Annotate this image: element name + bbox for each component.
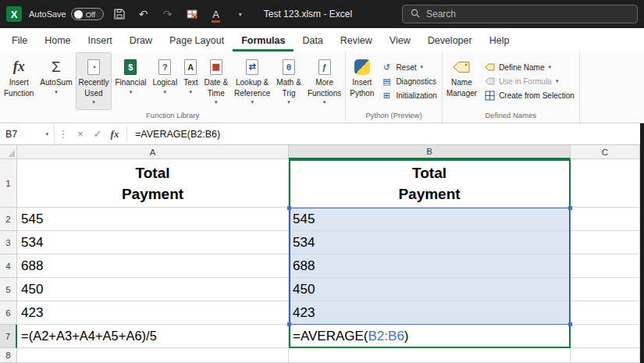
cell-B3[interactable]: 534 xyxy=(289,231,571,254)
cell-C5[interactable] xyxy=(571,278,640,301)
cell-C2[interactable] xyxy=(571,208,640,231)
insert-function-fx-icon[interactable]: fx xyxy=(106,128,123,141)
formula-input[interactable]: =AVERAGE(B2:B6) xyxy=(130,129,220,140)
search-box[interactable]: Search xyxy=(402,5,638,23)
group-label-defined-names: Defined Names xyxy=(443,110,578,123)
row-header-7[interactable]: 7 xyxy=(0,325,17,348)
insert-function-button[interactable]: fx Insert Function xyxy=(1,52,37,110)
date-time-button[interactable]: ▦ Date & Time ▾ xyxy=(201,52,231,110)
cell-B8[interactable] xyxy=(289,348,571,363)
cell-A5[interactable]: 450 xyxy=(17,278,289,301)
tab-insert[interactable]: Insert xyxy=(80,31,121,52)
group-defined-names: Name Manager Define Name ▾ xyxy=(443,52,580,123)
dropdown-caret-icon: ▾ xyxy=(556,78,559,84)
group-function-library: fx Insert Function Σ AutoSum ▾ ◔ Recentl… xyxy=(0,52,346,123)
reset-icon: ↺ xyxy=(381,62,392,73)
recently-used-button[interactable]: ◔ Recently Used ▾ xyxy=(76,52,112,110)
create-from-selection-button[interactable]: Create from Selection xyxy=(484,90,575,101)
tab-home[interactable]: Home xyxy=(36,31,79,52)
name-box-value: B7 xyxy=(5,129,17,140)
name-box[interactable]: B7 ▾ xyxy=(0,123,55,144)
lookup-reference-button[interactable]: ⇄ Lookup & Reference ▾ xyxy=(231,52,273,110)
dropdown-caret-icon: ▾ xyxy=(421,64,424,70)
tab-review[interactable]: Review xyxy=(332,31,381,52)
tab-page-layout[interactable]: Page Layout xyxy=(161,31,233,52)
row-header-1[interactable]: 1 xyxy=(0,159,17,208)
diagnostics-button[interactable]: ▤ Diagnostics xyxy=(381,76,436,87)
cell-A7[interactable]: =(A2+A3+A4+A5+A6)/5 xyxy=(17,325,289,348)
row-header-8[interactable]: 8 xyxy=(0,348,17,363)
undo-icon[interactable]: ↶ xyxy=(135,5,152,23)
financial-button[interactable]: $ Financial ▾ xyxy=(112,52,149,110)
cell-B2[interactable]: 545 xyxy=(289,208,571,231)
math-trig-button[interactable]: θ Math & Trig ▾ xyxy=(273,52,304,110)
cell-C3[interactable] xyxy=(571,231,640,254)
autosum-button[interactable]: Σ AutoSum ▾ xyxy=(37,52,75,110)
name-manager-icon xyxy=(453,57,470,77)
redo-icon[interactable]: ↷ xyxy=(159,5,176,23)
confirm-entry-icon[interactable]: ✓ xyxy=(89,128,106,140)
dropdown-caret-icon: ▾ xyxy=(287,99,290,105)
cell-A6[interactable]: 423 xyxy=(17,301,289,325)
font-color-icon[interactable]: A xyxy=(208,5,225,23)
cell-B1[interactable]: Total Payment xyxy=(289,159,571,208)
cell-C6[interactable] xyxy=(571,301,640,325)
cell-A3[interactable]: 534 xyxy=(17,231,289,254)
toggle-knob-icon xyxy=(74,10,83,19)
cell-B7-active[interactable]: =AVERAGE(B2:B6) xyxy=(289,325,571,348)
logical-button[interactable]: ? Logical ▾ xyxy=(149,52,180,110)
dropdown-caret-icon: ▾ xyxy=(92,99,95,105)
use-in-formula-button[interactable]: Use in Formula ▾ xyxy=(484,76,575,87)
name-manager-button[interactable]: Name Manager xyxy=(443,52,480,110)
autosum-sigma-icon: Σ xyxy=(52,57,61,77)
excel-logo-icon[interactable]: X xyxy=(6,6,22,22)
row-header-5[interactable]: 5 xyxy=(0,278,17,301)
cell-C4[interactable] xyxy=(571,254,640,278)
quick-access-caret-icon[interactable]: ▾ xyxy=(232,5,249,23)
group-label-function-library: Function Library xyxy=(1,110,344,123)
delete-cells-icon[interactable] xyxy=(183,5,201,23)
cell-B5[interactable]: 450 xyxy=(289,278,571,301)
more-functions-button[interactable]: ƒ More Functions ▾ xyxy=(304,52,344,110)
row-header-4[interactable]: 4 xyxy=(0,254,17,278)
autosave-toggle[interactable]: Off xyxy=(71,8,104,20)
cell-C1[interactable] xyxy=(571,159,640,208)
tab-view[interactable]: View xyxy=(381,31,419,52)
formula-bar-more-icon[interactable]: ⋮ xyxy=(55,128,72,140)
reset-button[interactable]: ↺ Reset ▾ xyxy=(381,62,436,73)
tab-help[interactable]: Help xyxy=(481,31,518,52)
insert-function-icon: fx xyxy=(13,57,25,77)
text-button[interactable]: A Text ▾ xyxy=(180,52,201,110)
tab-formulas[interactable]: Formulas xyxy=(233,31,294,52)
tab-developer[interactable]: Developer xyxy=(419,31,481,52)
row-header-3[interactable]: 3 xyxy=(0,231,17,254)
column-header-c[interactable]: C xyxy=(571,145,640,159)
row-header-2[interactable]: 2 xyxy=(0,208,17,231)
tab-file[interactable]: File xyxy=(3,31,36,52)
save-icon[interactable] xyxy=(111,5,128,23)
cancel-entry-icon[interactable]: × xyxy=(72,128,89,140)
autosave-control[interactable]: AutoSave Off xyxy=(29,8,104,20)
cell-B4[interactable]: 688 xyxy=(289,254,571,278)
tab-draw[interactable]: Draw xyxy=(121,31,161,52)
group-label-python: Python (Preview) xyxy=(347,110,440,123)
cell-B6[interactable]: 423 xyxy=(289,301,571,325)
insert-python-button[interactable]: Insert Python xyxy=(347,52,377,110)
column-header-a[interactable]: A xyxy=(17,145,289,159)
cell-A4[interactable]: 688 xyxy=(17,254,289,278)
cell-C8[interactable] xyxy=(571,348,640,363)
cell-A2[interactable]: 545 xyxy=(17,208,289,231)
row-header-6[interactable]: 6 xyxy=(0,301,17,325)
tab-data[interactable]: Data xyxy=(294,31,331,52)
dropdown-caret-icon: ▾ xyxy=(130,89,133,95)
window-right-edge xyxy=(640,123,644,363)
cell-A1[interactable]: Total Payment xyxy=(17,159,289,208)
select-all-corner[interactable] xyxy=(0,145,17,159)
initialization-icon: ⊞ xyxy=(381,90,392,101)
initialization-button[interactable]: ⊞ Initialization xyxy=(381,90,436,101)
dropdown-caret-icon: ▾ xyxy=(164,89,167,95)
cell-C7[interactable] xyxy=(571,325,640,348)
define-name-button[interactable]: Define Name ▾ xyxy=(484,62,575,73)
column-header-b[interactable]: B xyxy=(289,145,571,159)
cell-A8[interactable] xyxy=(17,348,289,363)
